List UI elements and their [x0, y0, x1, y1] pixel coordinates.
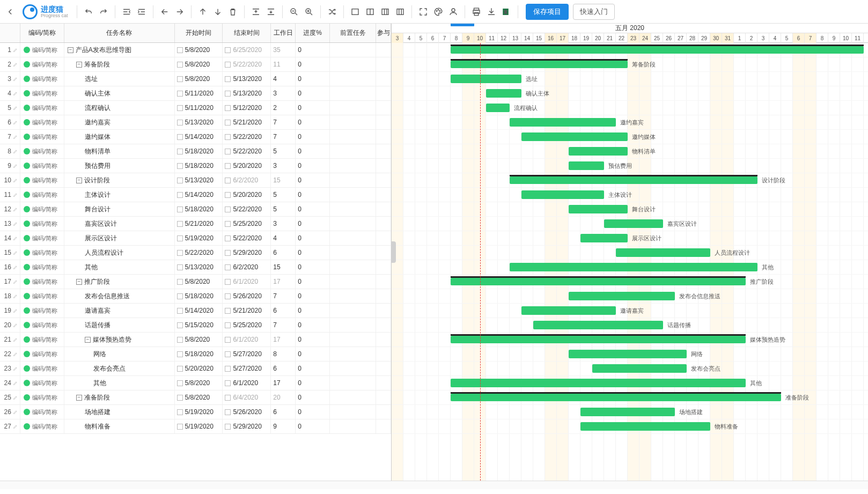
- row-end[interactable]: 6/1/2020: [223, 333, 271, 346]
- table-row[interactable]: 11 编码/简称主体设计5/14/20205/20/202050: [0, 188, 391, 202]
- row-participant[interactable]: [376, 188, 391, 202]
- row-end[interactable]: 6/2/2020: [223, 260, 271, 274]
- collapse-icon[interactable]: −: [76, 395, 82, 401]
- row-start[interactable]: 5/14/2020: [175, 304, 223, 318]
- row-participant[interactable]: [376, 130, 391, 144]
- row-code[interactable]: 编码/简称: [20, 57, 64, 71]
- horizontal-scrollbar[interactable]: [0, 481, 868, 489]
- row-participant[interactable]: [376, 405, 391, 419]
- row-name[interactable]: 发布会信息推送: [64, 289, 175, 303]
- checkbox-icon[interactable]: [225, 178, 231, 183]
- row-participant[interactable]: [376, 318, 391, 332]
- row-work[interactable]: 7: [271, 130, 296, 144]
- zoom-in-icon[interactable]: [302, 5, 316, 19]
- row-work[interactable]: 15: [271, 173, 296, 187]
- row-work[interactable]: 35: [271, 43, 296, 57]
- print-icon[interactable]: [469, 5, 483, 19]
- row-name[interactable]: 选址: [64, 72, 175, 86]
- row-participant[interactable]: [376, 101, 391, 115]
- checkbox-icon[interactable]: [177, 337, 183, 343]
- row-progress[interactable]: 0: [296, 217, 330, 231]
- row-end[interactable]: 5/20/2020: [223, 188, 271, 202]
- checkbox-icon[interactable]: [225, 163, 231, 169]
- checkbox-icon[interactable]: [225, 395, 231, 401]
- collapse-icon[interactable]: −: [76, 62, 82, 68]
- checkbox-icon[interactable]: [177, 424, 183, 430]
- checkbox-icon[interactable]: [225, 351, 231, 357]
- col-end[interactable]: 结束时间: [223, 24, 271, 42]
- row-start[interactable]: 5/13/2020: [175, 260, 223, 274]
- checkbox-icon[interactable]: [177, 76, 183, 82]
- gantt-bar[interactable]: 人员流程设计: [616, 248, 710, 257]
- checkbox-icon[interactable]: [225, 134, 231, 140]
- gantt-bar[interactable]: 其他: [451, 379, 746, 387]
- row-work[interactable]: 4: [271, 231, 296, 245]
- row-participant[interactable]: [376, 333, 391, 346]
- row-name[interactable]: 场地搭建: [64, 405, 175, 419]
- table-row[interactable]: 18 编码/简称发布会信息推送5/18/20205/26/202070: [0, 289, 391, 304]
- row-predecessor[interactable]: [330, 260, 376, 274]
- table-row[interactable]: 3 编码/简称选址5/8/20205/13/202040: [0, 72, 391, 86]
- row-participant[interactable]: [376, 43, 391, 57]
- table-row[interactable]: 5 编码/简称流程确认5/11/20205/12/202020: [0, 101, 391, 115]
- row-code[interactable]: 编码/简称: [20, 86, 64, 100]
- row-predecessor[interactable]: [330, 231, 376, 245]
- row-start[interactable]: 5/8/2020: [175, 72, 223, 86]
- row-predecessor[interactable]: [330, 144, 376, 158]
- row-name[interactable]: 网络: [64, 347, 175, 361]
- row-name[interactable]: −准备阶段: [64, 390, 175, 404]
- table-row[interactable]: 27 编码/简称物料准备5/19/20205/29/202090: [0, 419, 391, 434]
- row-name[interactable]: 物料准备: [64, 419, 175, 433]
- row-participant[interactable]: [376, 173, 391, 187]
- row-end[interactable]: 5/25/2020: [223, 217, 271, 231]
- table-row[interactable]: 12 编码/简称舞台设计5/18/20205/22/202050: [0, 202, 391, 217]
- row-start[interactable]: 5/11/2020: [175, 101, 223, 115]
- arrow-down-icon[interactable]: [211, 5, 225, 19]
- row-start[interactable]: 5/13/2020: [175, 115, 223, 129]
- row-progress[interactable]: 0: [296, 202, 330, 216]
- row-progress[interactable]: 0: [296, 318, 330, 332]
- row-end[interactable]: 5/27/2020: [223, 347, 271, 361]
- row-progress[interactable]: 0: [296, 304, 330, 318]
- table-row[interactable]: 7 编码/简称邀约媒体5/14/20205/22/202070: [0, 130, 391, 144]
- col-start[interactable]: 开始时间: [175, 24, 223, 42]
- redo-icon[interactable]: [97, 5, 111, 19]
- row-predecessor[interactable]: [330, 57, 376, 71]
- checkbox-icon[interactable]: [177, 134, 183, 140]
- nav-back-icon[interactable]: [3, 5, 17, 19]
- collapse-icon[interactable]: −: [85, 337, 91, 343]
- checkbox-icon[interactable]: [225, 149, 231, 154]
- checkbox-icon[interactable]: [177, 163, 183, 169]
- row-work[interactable]: 5: [271, 144, 296, 158]
- indent-right-icon[interactable]: [135, 5, 149, 19]
- checkbox-icon[interactable]: [225, 47, 231, 53]
- row-name[interactable]: 主体设计: [64, 188, 175, 202]
- row-predecessor[interactable]: [330, 347, 376, 361]
- row-end[interactable]: 5/22/2020: [223, 231, 271, 245]
- table-row[interactable]: 9 编码/简称预估费用5/18/20205/20/202030: [0, 159, 391, 173]
- row-progress[interactable]: 0: [296, 57, 330, 71]
- row-predecessor[interactable]: [330, 362, 376, 375]
- row-progress[interactable]: 0: [296, 86, 330, 100]
- user-icon[interactable]: [446, 5, 460, 19]
- row-end[interactable]: 5/29/2020: [223, 419, 271, 433]
- row-code[interactable]: 编码/简称: [20, 159, 64, 173]
- row-code[interactable]: 编码/简称: [20, 260, 64, 274]
- table-row[interactable]: 2 编码/简称−筹备阶段5/8/20205/22/2020110: [0, 57, 391, 72]
- gantt-bar[interactable]: 流程确认: [486, 104, 510, 112]
- row-work[interactable]: 4: [271, 72, 296, 86]
- checkbox-icon[interactable]: [225, 221, 231, 227]
- gantt-bar[interactable]: 设计阶段: [510, 176, 757, 184]
- save-button[interactable]: 保存项目: [526, 4, 569, 20]
- row-start[interactable]: 5/13/2020: [175, 173, 223, 187]
- row-work[interactable]: 5: [271, 202, 296, 216]
- col-pre[interactable]: 前置任务: [330, 24, 376, 42]
- checkbox-icon[interactable]: [225, 293, 231, 299]
- row-work[interactable]: 6: [271, 246, 296, 260]
- row-start[interactable]: 5/14/2020: [175, 188, 223, 202]
- row-predecessor[interactable]: [330, 86, 376, 100]
- row-name[interactable]: 嘉宾区设计: [64, 217, 175, 231]
- row-work[interactable]: 6: [271, 405, 296, 419]
- checkbox-icon[interactable]: [177, 235, 183, 241]
- row-participant[interactable]: [376, 202, 391, 216]
